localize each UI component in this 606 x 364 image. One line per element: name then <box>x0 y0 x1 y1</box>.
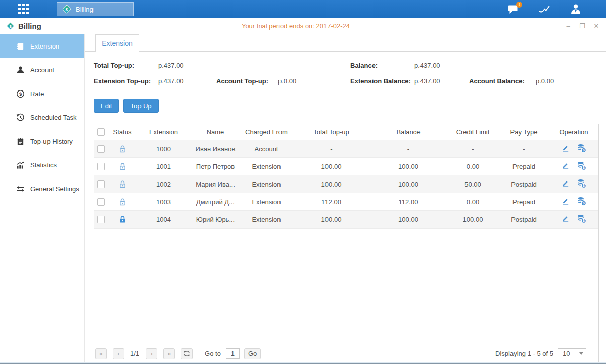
cell-pay-type: Prepaid <box>499 163 548 170</box>
grid-empty-area <box>94 229 598 345</box>
select-all-checkbox[interactable] <box>97 128 105 136</box>
column-credit-limit[interactable]: Credit Limit <box>446 128 499 136</box>
sidebar: Extension Account $ Rate Scheduled Task … <box>0 34 85 362</box>
goto-label: Go to <box>205 350 221 357</box>
sidebar-item-scheduled-task[interactable]: Scheduled Task <box>0 106 84 129</box>
topup-coins-icon[interactable]: $ <box>577 144 586 153</box>
cell-extension: 1000 <box>137 145 190 153</box>
apps-grid-dots <box>18 4 29 14</box>
topup-coins-icon[interactable]: $ <box>577 161 586 170</box>
notepad-icon <box>16 137 25 146</box>
billing-diamond-icon: $ <box>6 22 15 30</box>
table-row[interactable]: 1001 Петр Петров Extension 100.00 100.00… <box>94 158 598 175</box>
billing-diamond-icon: $ <box>62 4 72 14</box>
table-row[interactable]: 1000 Иван Иванов Account - - - - $ <box>94 140 598 158</box>
column-total-topup[interactable]: Total Top-up <box>292 128 370 136</box>
balance-value: р.437.00 <box>414 62 440 69</box>
svg-text:$: $ <box>65 7 68 12</box>
row-checkbox[interactable] <box>97 198 105 206</box>
page-size-select[interactable]: 10 <box>558 348 586 359</box>
cell-extension: 1002 <box>137 180 190 188</box>
topup-coins-icon[interactable]: $ <box>577 197 586 206</box>
edit-pencil-icon[interactable] <box>561 161 570 170</box>
sidebar-item-general-settings[interactable]: General Settings <box>0 177 84 201</box>
svg-text:$: $ <box>583 219 585 223</box>
user-icon[interactable] <box>569 3 583 16</box>
edit-pencil-icon[interactable] <box>561 179 570 188</box>
line-chart-icon[interactable] <box>537 3 551 16</box>
sliders-icon <box>16 185 25 194</box>
column-balance[interactable]: Balance <box>370 128 446 136</box>
cell-extension: 1004 <box>137 216 190 223</box>
account-topup-label: Account Top-up: <box>216 77 268 85</box>
apps-grid-icon[interactable] <box>17 3 30 16</box>
last-page-button[interactable]: » <box>163 348 175 359</box>
window-controls: – ❐ ✕ <box>565 18 600 34</box>
topbar-billing-tab[interactable]: $ Billing <box>57 2 134 16</box>
cell-total-topup: - <box>292 145 370 153</box>
extension-topup-value: р.437.00 <box>158 77 184 85</box>
cell-charged-from: Extension <box>241 163 292 170</box>
cell-total-topup: 100.00 <box>292 180 370 188</box>
sidebar-item-label: Top-up History <box>30 138 73 145</box>
row-checkbox[interactable] <box>97 216 105 223</box>
first-page-button[interactable]: « <box>95 348 107 359</box>
table-row[interactable]: 1003 Дмитрий Д... Extension 112.00 112.0… <box>94 193 598 211</box>
column-pay-type[interactable]: Pay Type <box>499 128 548 136</box>
topup-coins-icon[interactable]: $ <box>577 214 586 223</box>
person-icon <box>16 66 25 75</box>
tab-extension[interactable]: Extension <box>95 34 139 52</box>
close-icon[interactable]: ✕ <box>593 23 600 29</box>
prev-page-button[interactable]: ‹ <box>113 348 124 359</box>
history-clock-icon <box>16 113 25 122</box>
column-extension[interactable]: Extension <box>137 128 190 136</box>
topbar-icons: ! <box>506 0 583 18</box>
cell-balance: - <box>370 145 446 153</box>
sidebar-item-statistics[interactable]: Statistics <box>0 153 84 177</box>
row-checkbox[interactable] <box>97 180 105 188</box>
action-buttons: Edit Top Up <box>94 99 159 113</box>
sidebar-item-account[interactable]: Account <box>0 58 84 82</box>
go-button[interactable]: Go <box>244 348 261 359</box>
column-operation[interactable]: Operation <box>548 128 599 136</box>
cell-balance: 100.00 <box>370 216 446 223</box>
cell-extension: 1003 <box>137 198 190 206</box>
cell-charged-from: Extension <box>241 198 292 206</box>
cell-charged-from: Extension <box>241 180 292 188</box>
sidebar-item-rate[interactable]: $ Rate <box>0 82 84 106</box>
table-row[interactable]: 1002 Мария Ива... Extension 100.00 100.0… <box>94 175 598 193</box>
column-name[interactable]: Name <box>190 128 241 136</box>
notification-badge: ! <box>516 2 522 8</box>
column-charged-from[interactable]: Charged From <box>241 128 292 136</box>
table-row[interactable]: 1004 Юрий Юрь... Extension 100.00 100.00… <box>94 211 598 229</box>
row-checkbox[interactable] <box>97 145 105 153</box>
table-header: Status Extension Name Charged From Total… <box>94 124 598 140</box>
page-size-value: 10 <box>558 350 577 357</box>
cell-pay-type: Postpaid <box>499 216 548 223</box>
cell-name: Иван Иванов <box>190 145 241 153</box>
sidebar-item-topup-history[interactable]: Top-up History <box>0 129 84 153</box>
cell-charged-from: Extension <box>241 216 292 223</box>
messages-icon[interactable]: ! <box>506 3 520 16</box>
sidebar-item-label: Extension <box>30 42 59 50</box>
top-up-button[interactable]: Top Up <box>123 99 158 113</box>
edit-pencil-icon[interactable] <box>561 214 570 223</box>
column-status[interactable]: Status <box>108 128 137 136</box>
edit-pencil-icon[interactable] <box>561 144 570 152</box>
topup-coins-icon[interactable]: $ <box>577 179 586 188</box>
cell-pay-type: - <box>499 145 548 153</box>
extension-balance-value: р.437.00 <box>414 77 440 85</box>
next-page-button[interactable]: › <box>146 348 157 359</box>
window-bottom-frame <box>0 362 606 364</box>
goto-page-input[interactable] <box>226 348 240 359</box>
cell-extension: 1001 <box>137 163 190 170</box>
cell-name: Юрий Юрь... <box>190 216 241 223</box>
edit-pencil-icon[interactable] <box>561 197 570 205</box>
row-checkbox[interactable] <box>97 163 105 170</box>
maximize-icon[interactable]: ❐ <box>579 23 586 29</box>
refresh-button[interactable] <box>181 348 193 359</box>
account-balance-value: р.0.00 <box>536 77 554 85</box>
sidebar-item-extension[interactable]: Extension <box>0 34 84 58</box>
minimize-icon[interactable]: – <box>565 23 572 29</box>
edit-button[interactable]: Edit <box>94 99 119 113</box>
